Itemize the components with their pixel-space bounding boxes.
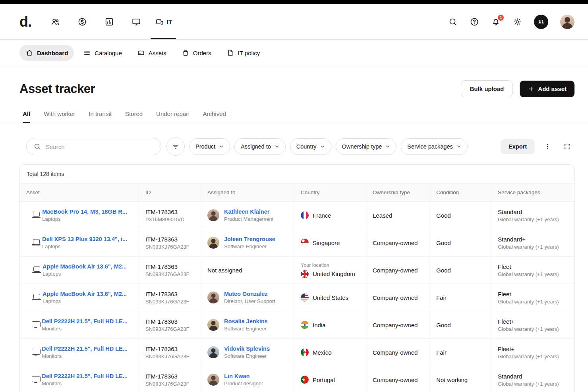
ownership-type: Company-owned bbox=[373, 239, 423, 246]
asset-name-link[interactable]: Dell P2222H 21.5", Full HD LE... bbox=[42, 346, 128, 352]
subnav-assets[interactable]: Assets bbox=[131, 45, 172, 61]
assignee-role: Product designer bbox=[224, 380, 263, 386]
condition: Not working bbox=[436, 377, 485, 383]
subnav-assets-label: Assets bbox=[149, 50, 166, 56]
filter-dropdown[interactable]: Ownership type bbox=[336, 138, 397, 155]
subnav-dashboard-label: Dashboard bbox=[37, 50, 68, 56]
screen-top-bar bbox=[0, 0, 588, 4]
status-tab[interactable]: All bbox=[23, 110, 30, 123]
filter-dropdown-label: Assigned to bbox=[241, 143, 271, 150]
filter-toolbar: Product Assigned to Country Ownership ty… bbox=[0, 137, 588, 156]
nav-analytics[interactable] bbox=[96, 4, 123, 39]
condition: Fair bbox=[436, 349, 485, 356]
subnav-catalogue[interactable]: Catalogue bbox=[77, 45, 128, 61]
asset-name-link[interactable]: Apple MacBook Air 13.6", M2... bbox=[43, 291, 127, 297]
search-box[interactable] bbox=[26, 138, 161, 155]
filter-dropdown-label: Country bbox=[296, 143, 317, 150]
assignee-name-link[interactable]: Vidovik Splevins bbox=[224, 346, 270, 352]
asset-name-link[interactable]: Dell P2222H 21.5", Full HD LE... bbox=[42, 318, 128, 324]
service-package: Fleet+ bbox=[498, 346, 568, 352]
assignee-role: Software Engineer bbox=[224, 326, 268, 332]
table-body: MacBook Pro 14, M3, 18GB R... Laptops IT… bbox=[20, 202, 574, 392]
service-package: Standard bbox=[498, 373, 568, 380]
your-location-note: Your location bbox=[301, 263, 360, 268]
asset-name-link[interactable]: MacBook Pro 14, M3, 18GB R... bbox=[42, 209, 127, 215]
table-row[interactable]: Dell P2222H 21.5", Full HD LE... Monitor… bbox=[20, 366, 574, 392]
top-navigation: d. IT 1 bbox=[0, 4, 588, 40]
nav-it-label: IT bbox=[167, 18, 172, 25]
filters-button[interactable] bbox=[166, 137, 185, 156]
asset-name-link[interactable]: Apple MacBook Air 13.6", M2... bbox=[43, 263, 127, 270]
filter-dropdown[interactable]: Product bbox=[189, 138, 230, 155]
table-row[interactable]: Apple MacBook Air 13.6", M2... Laptops I… bbox=[20, 257, 574, 284]
service-package: Fleet bbox=[498, 291, 568, 297]
asset-name-link[interactable]: Dell P2222H 21.5", Full HD LE... bbox=[42, 373, 128, 379]
status-tab[interactable]: Archived bbox=[203, 110, 226, 123]
search-icon bbox=[33, 143, 41, 151]
add-asset-button[interactable]: Add asset bbox=[520, 81, 574, 97]
condition: Good bbox=[436, 267, 485, 274]
filter-dropdown[interactable]: Country bbox=[290, 138, 331, 155]
filter-dropdown[interactable]: Assigned to bbox=[234, 138, 286, 155]
status-tab[interactable]: With worker bbox=[44, 110, 75, 123]
global-search-button[interactable] bbox=[448, 17, 458, 27]
table-row[interactable]: Dell P2222H 21.5", Full HD LE... Monitor… bbox=[20, 339, 574, 366]
dollar-coin-icon bbox=[77, 17, 87, 27]
asset-id: ITM-178363 bbox=[145, 209, 194, 215]
page-header: Asset tracker Bulk upload Add asset bbox=[0, 66, 588, 97]
status-tab[interactable]: Under repair bbox=[156, 110, 189, 123]
assignee-role: Product Management bbox=[224, 216, 273, 222]
asset-name-link[interactable]: Dell XPS 13 Plus 9320 13.4", i... bbox=[42, 236, 127, 242]
subnav-it-policy[interactable]: IT policy bbox=[220, 45, 266, 61]
assignee-name-link[interactable]: Kathleen Klainer bbox=[224, 209, 273, 215]
assignee-avatar bbox=[207, 374, 219, 386]
country-name: India bbox=[313, 322, 326, 328]
export-button[interactable]: Export bbox=[501, 139, 535, 154]
filter-dropdown[interactable]: Service packages bbox=[401, 138, 467, 155]
device-icon bbox=[31, 239, 41, 247]
search-icon bbox=[448, 17, 458, 27]
assignee-name-link[interactable]: Rosalia Jenkins bbox=[224, 318, 268, 324]
bulk-upload-button[interactable]: Bulk upload bbox=[461, 80, 513, 97]
service-warranty: Global warranty (+1 years) bbox=[498, 299, 568, 305]
assignee-name-link[interactable]: Mateo Gonzalez bbox=[224, 291, 275, 297]
service-warranty: Global warranty (+1 years) bbox=[498, 353, 568, 359]
notifications-button[interactable]: 1 bbox=[491, 17, 501, 27]
country-name: Portugal bbox=[313, 377, 335, 383]
page-title: Asset tracker bbox=[19, 82, 461, 96]
status-tab[interactable]: Stored bbox=[125, 110, 143, 123]
nav-it[interactable]: IT bbox=[150, 4, 177, 39]
column-header: Condition bbox=[430, 183, 491, 201]
condition: Good bbox=[436, 239, 485, 246]
settings-button[interactable] bbox=[513, 17, 522, 27]
nav-workspace[interactable] bbox=[123, 4, 150, 39]
country-flag-icon bbox=[301, 270, 309, 278]
team-button[interactable] bbox=[534, 15, 548, 29]
column-header: Service packages bbox=[491, 183, 574, 201]
table-row[interactable]: MacBook Pro 14, M3, 18GB R... Laptops IT… bbox=[20, 202, 574, 229]
status-tab[interactable]: In transit bbox=[89, 110, 112, 123]
table-header-row: Asset ID Assigned to Country Ownership t… bbox=[20, 183, 574, 202]
table-row[interactable]: Apple MacBook Air 13.6", M2... Laptops I… bbox=[20, 284, 574, 311]
search-input[interactable] bbox=[46, 143, 154, 150]
user-avatar[interactable] bbox=[560, 15, 574, 29]
subnav-orders[interactable]: Orders bbox=[176, 45, 217, 61]
nav-people[interactable] bbox=[42, 4, 69, 39]
table-row[interactable]: Dell P2222H 21.5", Full HD LE... Monitor… bbox=[20, 311, 574, 339]
help-button[interactable] bbox=[470, 17, 479, 27]
top-actions: 1 bbox=[448, 15, 574, 29]
assignee-name-link[interactable]: Lin Kwan bbox=[224, 373, 263, 379]
assignee-avatar bbox=[207, 346, 219, 358]
country-name: Singapore bbox=[313, 239, 340, 246]
assignee-role: Software Engineer bbox=[224, 243, 275, 249]
assignee-name-link[interactable]: Joleen Trengrouse bbox=[224, 236, 275, 242]
table-row[interactable]: Dell XPS 13 Plus 9320 13.4", i... Laptop… bbox=[20, 229, 574, 257]
deel-logo[interactable]: d. bbox=[19, 14, 31, 30]
bar-chart-icon bbox=[104, 17, 114, 27]
subnav-dashboard[interactable]: Dashboard bbox=[19, 45, 74, 61]
group-icon bbox=[537, 18, 545, 26]
fullscreen-icon bbox=[563, 143, 571, 151]
nav-finance[interactable] bbox=[69, 4, 96, 39]
more-options-button[interactable] bbox=[540, 139, 555, 154]
fullscreen-button[interactable] bbox=[560, 139, 574, 154]
